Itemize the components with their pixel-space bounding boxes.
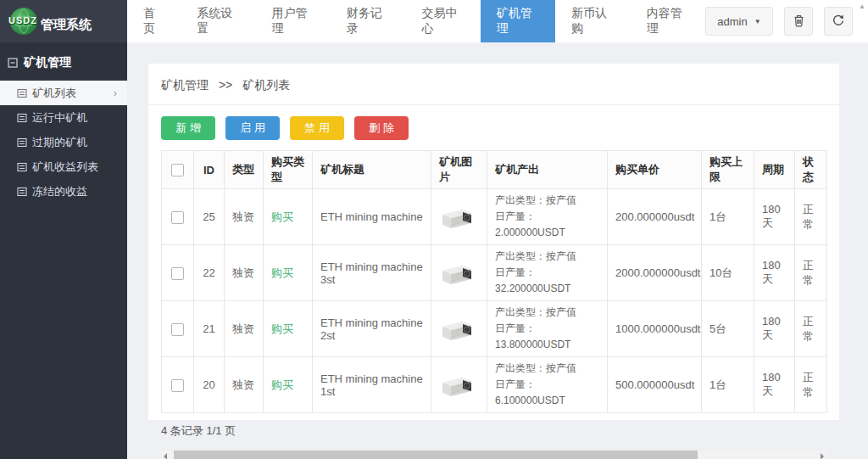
sidebar-item-running-miners[interactable]: 运行中矿机 [0,105,127,130]
cell-id: 25 [194,189,225,245]
table-row: 20 独资 购买 ETH mining machine 1st [162,357,827,413]
row-checkbox[interactable] [171,267,184,280]
sidebar-item-expired-miners[interactable]: 过期的矿机 [0,130,127,154]
delete-button[interactable]: 删除 [354,116,409,140]
cell-type: 独资 [225,357,264,413]
buy-type-link[interactable]: 购买 [271,378,293,391]
add-button[interactable]: 新增 [161,116,215,140]
cell-id: 22 [194,245,225,301]
col-header-title: 矿机标题 [313,151,431,189]
sidebar-item-miner-income-list[interactable]: 矿机收益列表 [0,154,127,179]
miner-image [439,371,476,400]
record-summary: 4 条记录 1/1 页 [148,413,839,445]
page-scrollbar-up-arrow-icon[interactable]: ▲ [859,3,865,10]
col-header-id: ID [194,151,225,189]
cell-period: 180天 [754,357,795,413]
refresh-button[interactable] [824,7,853,36]
buy-type-link[interactable]: 购买 [271,266,293,279]
nav-item-new-coin-subscription[interactable]: 新币认购 [555,0,630,42]
top-navigation: 首页 系统设置 用户管理 财务记录 交易中心 矿机管理 新币认购 内容管理 [127,0,705,42]
cell-type: 独资 [225,245,264,301]
app-name: 管理系统 [41,17,92,33]
collapse-icon [8,58,18,68]
nav-item-finance-records[interactable]: 财务记录 [331,0,405,42]
nav-item-miner-management[interactable]: 矿机管理 [481,0,555,42]
cell-image [431,357,487,413]
breadcrumb-separator: >> [219,78,232,92]
cell-status: 正常 [795,189,827,245]
horizontal-scrollbar[interactable] [161,451,826,459]
cell-unit-price: 500.000000usdt [608,357,702,413]
cell-status: 正常 [795,245,827,301]
output-type: 产出类型：按产值 [495,305,599,321]
trash-icon [793,14,805,30]
row-checkbox[interactable] [171,379,184,392]
nav-item-trade-center[interactable]: 交易中心 [405,0,480,42]
sidebar-item-label: 过期的矿机 [32,135,87,150]
refresh-icon [832,14,845,30]
table-row: 22 独资 购买 ETH mining machine 3st [162,245,827,301]
cell-output: 产出类型：按产值 日产量：32.200000USDT [487,245,608,301]
nav-item-user-management[interactable]: 用户管理 [256,0,331,42]
cell-image [431,301,487,357]
cell-period: 180天 [754,301,795,357]
brand-logo: USDZ 管理系统 [0,0,127,42]
admin-user-label: admin [717,15,747,28]
output-type: 产出类型：按产值 [495,193,599,209]
list-icon [17,162,27,172]
sidebar-item-label: 矿机列表 [32,86,76,101]
top-header: USDZ 管理系统 首页 系统设置 用户管理 财务记录 交易中心 矿机管理 新币… [0,0,868,42]
row-checkbox[interactable] [171,211,184,224]
admin-user-menu-button[interactable]: admin ▼ [705,7,773,36]
scrollbar-thumb[interactable] [174,451,698,459]
cell-status: 正常 [795,301,827,357]
output-type: 产出类型：按产值 [495,361,599,377]
sidebar-item-frozen-income[interactable]: 冻结的收益 [0,179,127,204]
daily-output: 日产量：2.000000USDT [495,209,599,241]
scrollbar-right-arrow-icon[interactable] [821,453,824,459]
cell-buy-limit: 10台 [702,245,754,301]
cell-title: ETH mining machine 2st [313,301,431,357]
brand-logo-text: USDZ [8,15,37,25]
cell-title: ETH mining machine [313,189,431,245]
cell-title: ETH mining machine 3st [313,245,431,301]
cell-unit-price: 1000.000000usdt [608,301,702,357]
breadcrumb-current: 矿机列表 [242,78,290,92]
chevron-right-icon: › [114,87,117,99]
cell-image [431,189,487,245]
sidebar-item-label: 矿机收益列表 [32,160,98,175]
col-header-type: 类型 [225,151,264,189]
select-all-checkbox[interactable] [171,164,184,176]
sidebar-section-miner-management[interactable]: 矿机管理 [0,42,127,81]
cell-id: 20 [194,357,225,413]
toolbar: 新增 启用 禁用 删除 [148,105,839,150]
scrollbar-left-arrow-icon[interactable] [164,453,167,459]
trash-button[interactable] [784,7,813,36]
cell-period: 180天 [754,245,795,301]
sidebar-item-miner-list[interactable]: 矿机列表 › [0,81,127,105]
nav-item-content-management[interactable]: 内容管理 [631,0,705,42]
nav-item-home[interactable]: 首页 [127,0,181,42]
cell-buy-limit: 5台 [702,301,754,357]
content-card: 矿机管理 >> 矿机列表 新增 启用 禁用 删除 ID 类型 购买类型 [148,64,839,420]
cell-unit-price: 200.000000usdt [608,189,702,245]
sidebar-item-label: 冻结的收益 [32,184,87,199]
nav-item-system-settings[interactable]: 系统设置 [181,0,255,42]
table-header-row: ID 类型 购买类型 矿机标题 矿机图片 矿机产出 购买单价 购买上限 周期 状… [162,151,827,189]
row-checkbox[interactable] [171,323,184,336]
enable-button[interactable]: 启用 [225,116,280,140]
list-icon [17,113,27,123]
miner-table: ID 类型 购买类型 矿机标题 矿机图片 矿机产出 购买单价 购买上限 周期 状… [161,150,827,413]
breadcrumb: 矿机管理 >> 矿机列表 [148,64,839,105]
daily-output: 日产量：13.800000USDT [495,321,599,353]
cell-buy-limit: 1台 [702,189,754,245]
caret-down-icon: ▼ [754,18,761,25]
cell-unit-price: 2000.000000usdt [608,245,702,301]
disable-button[interactable]: 禁用 [290,116,344,140]
cell-period: 180天 [754,189,795,245]
buy-type-link[interactable]: 购买 [271,210,293,223]
cell-output: 产出类型：按产值 日产量：13.800000USDT [487,301,608,357]
list-icon [17,137,27,148]
buy-type-link[interactable]: 购买 [271,322,293,335]
breadcrumb-parent: 矿机管理 [161,78,209,92]
